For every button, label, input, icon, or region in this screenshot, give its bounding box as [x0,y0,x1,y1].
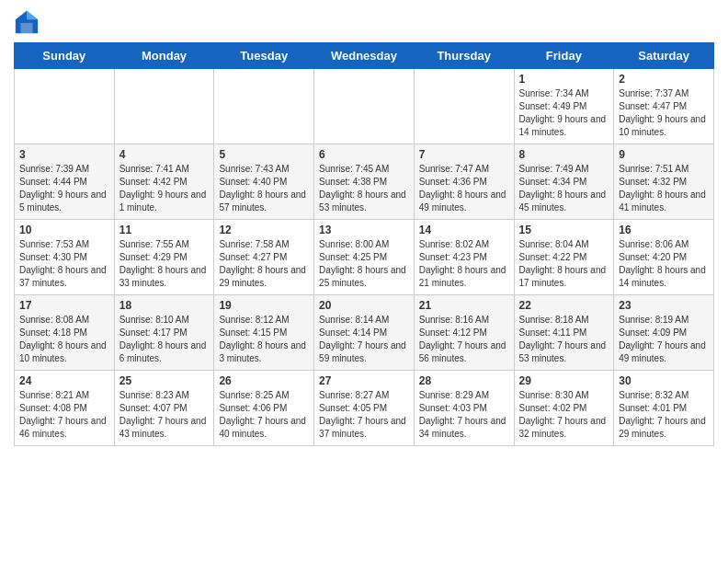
day-cell: 4Sunrise: 7:41 AM Sunset: 4:42 PM Daylig… [114,144,214,220]
day-cell: 30Sunrise: 8:32 AM Sunset: 4:01 PM Dayli… [614,371,714,446]
logo-icon [14,9,40,35]
day-info: Sunrise: 8:23 AM Sunset: 4:07 PM Dayligh… [119,389,210,441]
day-number: 10 [19,224,109,236]
day-info: Sunrise: 8:02 AM Sunset: 4:23 PM Dayligh… [419,238,509,290]
day-cell: 10Sunrise: 7:53 AM Sunset: 4:30 PM Dayli… [15,220,115,295]
day-number: 3 [19,148,109,161]
day-number: 21 [419,299,509,312]
day-header-saturday: Saturday [614,43,714,69]
day-info: Sunrise: 8:32 AM Sunset: 4:01 PM Dayligh… [619,389,709,441]
day-info: Sunrise: 8:04 AM Sunset: 4:22 PM Dayligh… [519,238,609,290]
day-number: 8 [519,148,609,161]
day-cell: 18Sunrise: 8:10 AM Sunset: 4:17 PM Dayli… [114,295,214,371]
day-number: 12 [219,224,309,236]
day-info: Sunrise: 7:34 AM Sunset: 4:49 PM Dayligh… [519,87,609,139]
day-number: 17 [19,299,109,312]
day-info: Sunrise: 8:30 AM Sunset: 4:02 PM Dayligh… [519,389,609,441]
day-number: 16 [619,224,709,236]
calendar-container: SundayMondayTuesdayWednesdayThursdayFrid… [0,0,728,455]
day-info: Sunrise: 8:08 AM Sunset: 4:18 PM Dayligh… [19,314,109,365]
day-header-tuesday: Tuesday [214,43,314,69]
day-number: 18 [119,299,210,312]
day-number: 25 [119,374,210,387]
day-info: Sunrise: 7:53 AM Sunset: 4:30 PM Dayligh… [19,238,109,290]
day-info: Sunrise: 7:37 AM Sunset: 4:47 PM Dayligh… [619,87,709,139]
day-number: 6 [319,148,409,161]
day-number: 4 [119,148,210,161]
day-number: 14 [419,224,509,236]
day-number: 28 [419,374,509,387]
day-cell: 2Sunrise: 7:37 AM Sunset: 4:47 PM Daylig… [614,69,714,144]
day-cell: 20Sunrise: 8:14 AM Sunset: 4:14 PM Dayli… [314,295,415,371]
day-number: 13 [319,224,409,236]
day-info: Sunrise: 8:29 AM Sunset: 4:03 PM Dayligh… [419,389,509,441]
day-cell: 9Sunrise: 7:51 AM Sunset: 4:32 PM Daylig… [614,144,714,220]
day-number: 5 [219,148,309,161]
day-number: 19 [219,299,309,312]
logo [14,9,43,35]
day-number: 15 [519,224,609,236]
svg-marker-1 [27,11,38,19]
day-number: 2 [619,73,709,86]
svg-rect-2 [20,23,32,33]
day-number: 22 [519,299,609,312]
day-info: Sunrise: 8:06 AM Sunset: 4:20 PM Dayligh… [619,238,709,290]
day-info: Sunrise: 7:58 AM Sunset: 4:27 PM Dayligh… [219,238,309,290]
day-cell: 16Sunrise: 8:06 AM Sunset: 4:20 PM Dayli… [614,220,714,295]
day-cell: 24Sunrise: 8:21 AM Sunset: 4:08 PM Dayli… [15,371,115,446]
days-header-row: SundayMondayTuesdayWednesdayThursdayFrid… [15,43,714,69]
week-row-4: 17Sunrise: 8:08 AM Sunset: 4:18 PM Dayli… [15,295,714,371]
day-cell: 23Sunrise: 8:19 AM Sunset: 4:09 PM Dayli… [614,295,714,371]
day-info: Sunrise: 7:47 AM Sunset: 4:36 PM Dayligh… [419,163,509,214]
day-info: Sunrise: 8:25 AM Sunset: 4:06 PM Dayligh… [219,389,309,441]
week-row-5: 24Sunrise: 8:21 AM Sunset: 4:08 PM Dayli… [15,371,714,446]
day-cell [214,69,314,144]
day-header-monday: Monday [114,43,214,69]
day-cell: 14Sunrise: 8:02 AM Sunset: 4:23 PM Dayli… [414,220,514,295]
day-info: Sunrise: 8:10 AM Sunset: 4:17 PM Dayligh… [119,314,210,365]
day-number: 20 [319,299,409,312]
day-cell: 25Sunrise: 8:23 AM Sunset: 4:07 PM Dayli… [114,371,214,446]
day-info: Sunrise: 7:41 AM Sunset: 4:42 PM Dayligh… [119,163,210,214]
day-number: 1 [519,73,609,86]
day-info: Sunrise: 8:16 AM Sunset: 4:12 PM Dayligh… [419,314,509,365]
day-number: 23 [619,299,709,312]
week-row-1: 1Sunrise: 7:34 AM Sunset: 4:49 PM Daylig… [15,69,714,144]
day-number: 9 [619,148,709,161]
week-row-2: 3Sunrise: 7:39 AM Sunset: 4:44 PM Daylig… [15,144,714,220]
day-cell: 11Sunrise: 7:55 AM Sunset: 4:29 PM Dayli… [114,220,214,295]
day-cell [414,69,514,144]
day-cell: 28Sunrise: 8:29 AM Sunset: 4:03 PM Dayli… [414,371,514,446]
day-cell: 19Sunrise: 8:12 AM Sunset: 4:15 PM Dayli… [214,295,314,371]
day-info: Sunrise: 8:00 AM Sunset: 4:25 PM Dayligh… [319,238,409,290]
day-cell: 8Sunrise: 7:49 AM Sunset: 4:34 PM Daylig… [514,144,614,220]
day-number: 24 [19,374,109,387]
day-cell: 17Sunrise: 8:08 AM Sunset: 4:18 PM Dayli… [15,295,115,371]
day-cell: 5Sunrise: 7:43 AM Sunset: 4:40 PM Daylig… [214,144,314,220]
day-cell [15,69,115,144]
day-info: Sunrise: 7:39 AM Sunset: 4:44 PM Dayligh… [19,163,109,214]
calendar-table: SundayMondayTuesdayWednesdayThursdayFrid… [14,42,714,446]
day-info: Sunrise: 7:49 AM Sunset: 4:34 PM Dayligh… [519,163,609,214]
week-row-3: 10Sunrise: 7:53 AM Sunset: 4:30 PM Dayli… [15,220,714,295]
day-info: Sunrise: 8:14 AM Sunset: 4:14 PM Dayligh… [319,314,409,365]
day-info: Sunrise: 8:12 AM Sunset: 4:15 PM Dayligh… [219,314,309,365]
day-number: 11 [119,224,210,236]
day-header-friday: Friday [514,43,614,69]
day-number: 7 [419,148,509,161]
day-info: Sunrise: 7:45 AM Sunset: 4:38 PM Dayligh… [319,163,409,214]
day-info: Sunrise: 7:55 AM Sunset: 4:29 PM Dayligh… [119,238,210,290]
day-info: Sunrise: 7:51 AM Sunset: 4:32 PM Dayligh… [619,163,709,214]
day-header-thursday: Thursday [414,43,514,69]
day-cell: 1Sunrise: 7:34 AM Sunset: 4:49 PM Daylig… [514,69,614,144]
day-info: Sunrise: 7:43 AM Sunset: 4:40 PM Dayligh… [219,163,309,214]
day-cell: 21Sunrise: 8:16 AM Sunset: 4:12 PM Dayli… [414,295,514,371]
header [14,9,714,35]
day-cell: 3Sunrise: 7:39 AM Sunset: 4:44 PM Daylig… [15,144,115,220]
day-cell: 22Sunrise: 8:18 AM Sunset: 4:11 PM Dayli… [514,295,614,371]
day-number: 29 [519,374,609,387]
day-cell [314,69,415,144]
day-cell: 26Sunrise: 8:25 AM Sunset: 4:06 PM Dayli… [214,371,314,446]
day-number: 30 [619,374,709,387]
day-cell: 7Sunrise: 7:47 AM Sunset: 4:36 PM Daylig… [414,144,514,220]
